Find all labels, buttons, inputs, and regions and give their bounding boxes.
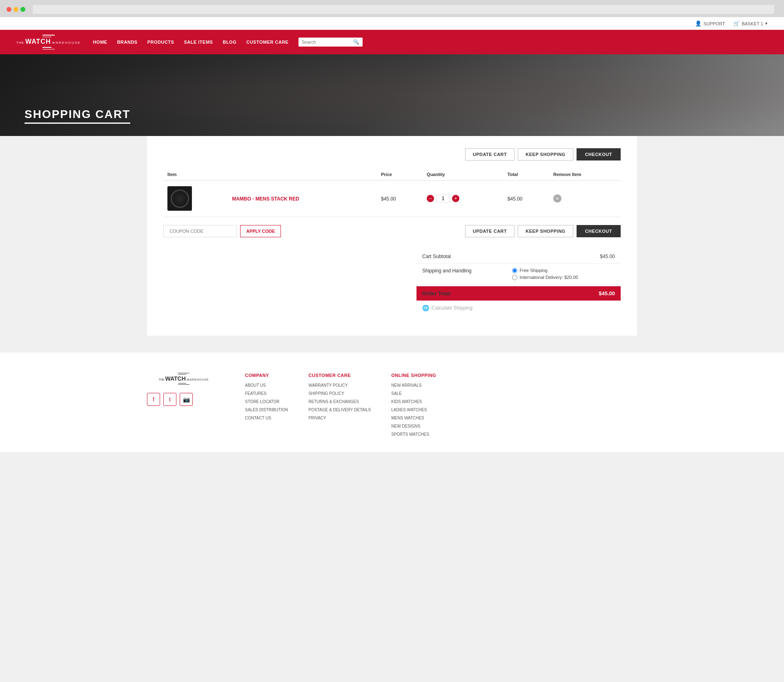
footer-about-us[interactable]: ABOUT US (245, 383, 288, 388)
order-summary: Cart Subtotal $45.00 Shipping and Handli… (416, 250, 621, 315)
nav-customer-care[interactable]: CUSTOMER CARE (246, 40, 288, 45)
calculate-shipping[interactable]: 🌐 Calculate Shipping (416, 301, 621, 315)
basket-link[interactable]: 🛒 BASKET 1 ▾ (733, 20, 768, 27)
keep-shopping-button-top[interactable]: KEEP SHOPPING (518, 148, 573, 160)
footer-logo-watch: WATCH (165, 375, 186, 382)
qty-increase-button[interactable]: + (452, 195, 459, 202)
remove-item-button[interactable]: × (553, 194, 561, 203)
update-cart-button-bottom[interactable]: UPDATE CART (465, 225, 515, 237)
footer-sale[interactable]: SALE (391, 391, 436, 397)
nav-products[interactable]: PRODUCTS (147, 40, 174, 45)
footer-columns: COMPANY ABOUT US FEATURES STORE LOCATOR … (245, 373, 637, 440)
cart-icon: 🛒 (733, 20, 740, 27)
product-name-link[interactable]: MAMBO - MENS STACK RED (232, 196, 299, 202)
top-bar: 👤 SUPPORT 🛒 BASKET 1 ▾ (0, 17, 784, 30)
support-label: SUPPORT (704, 21, 725, 26)
instagram-icon[interactable]: 📷 (180, 393, 193, 406)
qty-input[interactable] (437, 194, 450, 203)
footer-postage[interactable]: POSTAGE & DELIVERY DETAILS (309, 407, 371, 413)
order-total-value: $45.00 (506, 286, 621, 301)
browser-dots (7, 7, 25, 12)
checkout-button-top[interactable]: CHECKOUT (577, 148, 621, 160)
footer-company-heading: COMPANY (245, 373, 288, 378)
apply-code-button[interactable]: APPLY CODE (240, 225, 281, 237)
shipping-radio-international[interactable] (512, 275, 517, 280)
item-total-cell: $45.00 (503, 181, 549, 217)
footer-contact-us[interactable]: CONTACT US (245, 415, 288, 421)
update-cart-button-top[interactable]: UPDATE CART (465, 148, 515, 160)
shipping-international-label: International Delivery: $20.00 (520, 275, 578, 280)
browser-dot-red[interactable] (7, 7, 11, 12)
browser-addressbar[interactable] (33, 5, 774, 14)
browser-chrome (0, 0, 784, 17)
footer-col-company: COMPANY ABOUT US FEATURES STORE LOCATOR … (245, 373, 288, 440)
footer-warranty-policy[interactable]: WARRANTY POLICY (309, 383, 371, 388)
hero-banner: SHOPPING CART (0, 54, 784, 136)
logo-warehouse: WAREHOUSE (52, 41, 80, 45)
user-icon: 👤 (695, 20, 702, 27)
nav-blog[interactable]: BLOG (223, 40, 236, 45)
checkout-button-bottom[interactable]: CHECKOUT (577, 225, 621, 237)
search-icon[interactable]: 🔍 (353, 39, 359, 45)
footer-mens-watches[interactable]: MENS WATCHES (391, 415, 436, 421)
nav-sale-items[interactable]: SALE ITEMS (184, 40, 213, 45)
qty-decrease-button[interactable]: − (427, 195, 434, 202)
footer-sports-watches[interactable]: SPORTS WATCHES (391, 432, 436, 437)
cart-table: Item Price Quantity Total Remove Item MA… (163, 169, 621, 217)
coupon-left: APPLY CODE (163, 225, 281, 237)
footer-shipping-policy[interactable]: SHIPPING POLICY (309, 391, 371, 397)
footer-logo-text: THE WATCH WAREHOUSE (147, 373, 220, 385)
footer-new-designs[interactable]: NEW DESIGNS (391, 423, 436, 429)
footer-sales-distribution[interactable]: SALES DISTRIBUTION (245, 407, 288, 413)
footer-new-arrivals[interactable]: NEW ARRIVALS (391, 383, 436, 388)
footer-customer-care-heading: CUSTOMER CARE (309, 373, 371, 378)
footer-logo-warehouse: WAREHOUSE (187, 378, 209, 381)
support-link[interactable]: 👤 SUPPORT (695, 20, 725, 27)
browser-dot-green[interactable] (20, 7, 25, 12)
coupon-input[interactable] (163, 225, 237, 237)
shipping-row: Shipping and Handling Free Shipping Inte… (416, 264, 621, 286)
order-total-row: Order Total $45.00 (416, 286, 621, 301)
qty-control: − + (427, 194, 499, 203)
footer: THE WATCH WAREHOUSE f t 📷 COMPANY (0, 352, 784, 452)
globe-icon: 🌐 (422, 305, 429, 311)
table-row: MAMBO - MENS STACK RED $45.00 − + $45.00 (163, 181, 621, 217)
footer-features[interactable]: FEATURES (245, 391, 288, 397)
item-total: $45.00 (508, 196, 523, 202)
nav-brands[interactable]: BRANDS (117, 40, 138, 45)
shipping-radio-free[interactable] (512, 268, 517, 273)
search-box[interactable]: 🔍 (298, 38, 363, 47)
product-image (167, 186, 192, 211)
footer-logo-the: THE (159, 378, 165, 381)
keep-shopping-button-bottom[interactable]: KEEP SHOPPING (518, 225, 573, 237)
col-price: Price (377, 169, 423, 181)
col-remove: Remove Item (549, 169, 621, 181)
footer-logo[interactable]: THE WATCH WAREHOUSE (147, 373, 220, 385)
cart-actions-top: UPDATE CART KEEP SHOPPING CHECKOUT (163, 148, 621, 160)
browser-dot-yellow[interactable] (13, 7, 18, 12)
twitter-icon[interactable]: t (163, 393, 176, 406)
facebook-icon[interactable]: f (147, 393, 160, 406)
quantity-cell: − + (423, 181, 503, 217)
basket-chevron: ▾ (765, 21, 768, 26)
logo[interactable]: THE WATCH WAREHOUSE (16, 30, 81, 54)
nav-home[interactable]: HOME (93, 40, 107, 45)
footer-ladies-watches[interactable]: LADIES WATCHES (391, 407, 436, 413)
footer-logo-lines-bottom (178, 383, 189, 385)
footer-kids-watches[interactable]: KIDS WATCHES (391, 399, 436, 405)
footer-privacy[interactable]: PRIVACY (309, 415, 371, 421)
product-name-cell: MAMBO - MENS STACK RED (228, 181, 377, 217)
shipping-options: Free Shipping International Delivery: $2… (506, 264, 621, 286)
subtotal-value: $45.00 (506, 250, 621, 264)
logo-the: THE (16, 41, 24, 45)
footer-returns[interactable]: RETURNS & EXCHANGES (309, 399, 371, 405)
subtotal-label: Cart Subtotal (416, 250, 506, 264)
footer-logo-area: THE WATCH WAREHOUSE f t 📷 (147, 373, 220, 406)
footer-col-online-shopping: ONLINE SHOPPING NEW ARRIVALS SALE KIDS W… (391, 373, 436, 440)
product-price-cell: $45.00 (377, 181, 423, 217)
watch-thumbnail (171, 189, 189, 208)
nav-menu: HOME BRANDS PRODUCTS SALE ITEMS BLOG CUS… (93, 38, 768, 47)
footer-store-locator[interactable]: STORE LOCATOR (245, 399, 288, 405)
footer-content: THE WATCH WAREHOUSE f t 📷 COMPANY (147, 373, 637, 440)
search-input[interactable] (302, 40, 351, 45)
